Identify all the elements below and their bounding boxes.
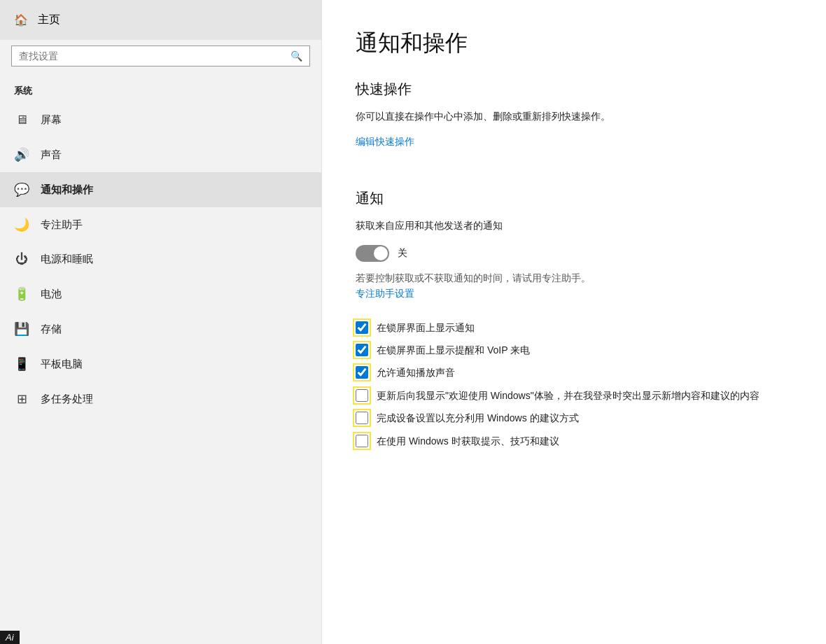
sidebar-item-focus[interactable]: 🌙 专注助手: [0, 207, 321, 242]
checkbox-label-tips: 在使用 Windows 时获取提示、技巧和建议: [377, 433, 559, 449]
tablet-icon: 📱: [14, 356, 29, 372]
sound-icon: 🔊: [14, 147, 29, 162]
sidebar-item-label-screen: 屏幕: [41, 113, 62, 127]
storage-icon: 💾: [14, 321, 29, 337]
sidebar: 🏠 主页 🔍 系统 🖥 屏幕 🔊 声音 💬 通知和操作 🌙 专注助手 ⏻ 电源和…: [0, 0, 322, 644]
sidebar-item-notifications[interactable]: 💬 通知和操作: [0, 172, 321, 207]
focus-assistant-settings-link[interactable]: 专注助手设置: [356, 288, 414, 299]
edit-quick-actions-link[interactable]: 编辑快速操作: [356, 136, 414, 147]
toggle-knob: [374, 246, 388, 260]
sidebar-item-label-tablet: 平板电脑: [41, 358, 83, 371]
checkbox-label-allow-sound: 允许通知播放声音: [377, 365, 455, 380]
sidebar-item-power[interactable]: ⏻ 电源和睡眠: [0, 242, 321, 276]
checkbox-lockscreen-reminder[interactable]: [356, 344, 368, 356]
notifications-toggle[interactable]: [356, 245, 389, 262]
main-content: 通知和操作 快速操作 你可以直接在操作中心中添加、删除或重新排列快速操作。 编辑…: [322, 0, 826, 644]
search-box[interactable]: 🔍: [11, 46, 310, 66]
home-icon: 🏠: [14, 13, 28, 27]
checkbox-row-setup-suggest: 完成设备设置以充分利用 Windows 的建议方式: [356, 410, 792, 426]
sidebar-item-label-notifications: 通知和操作: [41, 183, 93, 197]
focus-hint-main: 若要控制获取或不获取通知的时间，请试用专注助手。: [356, 272, 591, 284]
sidebar-item-label-storage: 存储: [41, 323, 62, 336]
checkbox-tips[interactable]: [356, 435, 368, 447]
checkbox-row-tips: 在使用 Windows 时获取提示、技巧和建议: [356, 433, 792, 449]
checkbox-row-welcome-experience: 更新后向我显示"欢迎使用 Windows"体验，并在我登录时突出显示新增内容和建…: [356, 388, 792, 403]
checkbox-setup-suggest[interactable]: [356, 412, 368, 424]
sidebar-item-label-battery: 电池: [41, 288, 62, 301]
sidebar-item-multitask[interactable]: ⊞ 多任务处理: [0, 382, 321, 416]
checkbox-row-lockscreen-reminder: 在锁屏界面上显示提醒和 VoIP 来电: [356, 342, 792, 358]
screen-icon: 🖥: [14, 113, 29, 127]
sidebar-home-label: 主页: [38, 13, 60, 27]
checkbox-label-setup-suggest: 完成设备设置以充分利用 Windows 的建议方式: [377, 410, 579, 426]
sidebar-item-tablet[interactable]: 📱 平板电脑: [0, 346, 321, 382]
checkbox-welcome-experience[interactable]: [356, 389, 368, 402]
notifications-title: 通知: [356, 189, 792, 208]
sidebar-item-label-power: 电源和睡眠: [41, 253, 93, 266]
checkbox-label-lockscreen-notify: 在锁屏界面上显示通知: [377, 320, 475, 335]
quick-actions-title: 快速操作: [356, 80, 792, 99]
focus-icon: 🌙: [14, 217, 29, 232]
quick-actions-desc: 你可以直接在操作中心中添加、删除或重新排列快速操作。: [356, 108, 792, 124]
checkbox-row-allow-sound: 允许通知播放声音: [356, 365, 792, 380]
sidebar-item-label-sound: 声音: [41, 148, 62, 162]
checkbox-label-lockscreen-reminder: 在锁屏界面上显示提醒和 VoIP 来电: [377, 342, 530, 358]
sidebar-section-title: 系统: [0, 78, 321, 103]
checkbox-label-welcome-experience: 更新后向我显示"欢迎使用 Windows"体验，并在我登录时突出显示新增内容和建…: [377, 388, 760, 403]
power-icon: ⏻: [14, 252, 29, 267]
sidebar-home-button[interactable]: 🏠 主页: [0, 0, 321, 40]
search-icon: 🔍: [290, 50, 302, 62]
search-input[interactable]: [19, 50, 290, 62]
focus-hint-text: 若要控制获取或不获取通知的时间，请试用专注助手。 专注助手设置: [356, 270, 792, 302]
sidebar-item-label-multitask: 多任务处理: [41, 393, 93, 406]
battery-icon: 🔋: [14, 286, 29, 302]
checkbox-lockscreen-notify[interactable]: [356, 321, 368, 334]
notification-icon: 💬: [14, 182, 29, 197]
sidebar-item-screen[interactable]: 🖥 屏幕: [0, 103, 321, 137]
sidebar-item-sound[interactable]: 🔊 声音: [0, 137, 321, 172]
notifications-desc: 获取来自应用和其他发送者的通知: [356, 218, 792, 233]
sidebar-item-battery[interactable]: 🔋 电池: [0, 276, 321, 312]
multitask-icon: ⊞: [14, 391, 29, 407]
notifications-toggle-row: 关: [356, 245, 792, 262]
sidebar-item-storage[interactable]: 💾 存储: [0, 312, 321, 346]
quick-actions-section: 快速操作 你可以直接在操作中心中添加、删除或重新排列快速操作。 编辑快速操作: [356, 80, 792, 148]
toggle-label: 关: [398, 247, 407, 260]
sidebar-item-label-focus: 专注助手: [41, 218, 83, 232]
checkbox-allow-sound[interactable]: [356, 366, 368, 379]
taskbar-ai-label: Ai: [0, 631, 20, 644]
notifications-section: 通知 获取来自应用和其他发送者的通知 关 若要控制获取或不获取通知的时间，请试用…: [356, 189, 792, 449]
checkbox-row-lockscreen-notify: 在锁屏界面上显示通知: [356, 320, 792, 335]
page-title: 通知和操作: [356, 28, 792, 59]
